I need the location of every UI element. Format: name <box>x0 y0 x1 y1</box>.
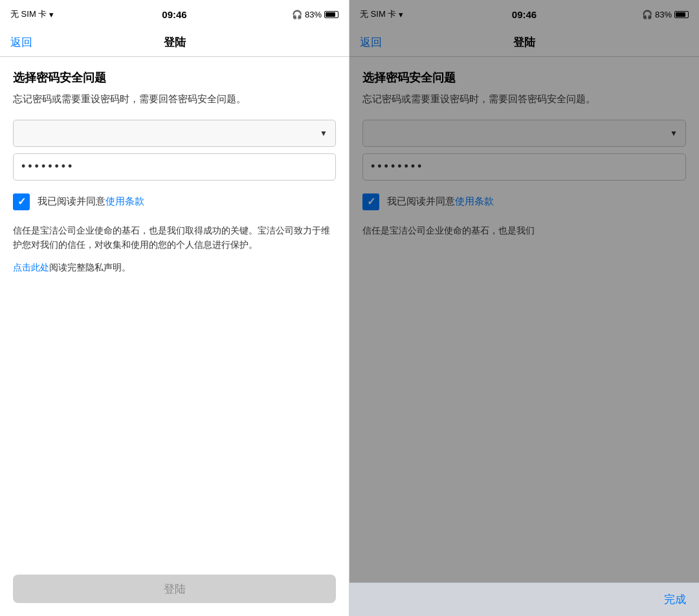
left-tos-link[interactable]: 使用条款 <box>105 195 144 206</box>
left-content: 选择密码安全问题 忘记密码或需要重设密码时，需要回答密码安全问题。 ▼ ••••… <box>0 57 349 616</box>
left-checkbox-pre: 我已阅读并同意 <box>38 195 105 206</box>
left-password-field[interactable]: •••••••• <box>13 153 336 181</box>
right-keyboard-bar: 完成 <box>350 582 699 616</box>
left-nav-bar: 返回 登陆 <box>0 28 349 57</box>
left-dropdown-arrow-icon: ▼ <box>320 129 327 138</box>
left-status-bar: 无 SIM 卡 ▾ 09:46 🎧 83% <box>0 0 349 28</box>
left-status-signal: 无 SIM 卡 ▾ <box>10 8 54 20</box>
left-headphone-icon: 🎧 <box>292 10 302 19</box>
left-dropdown[interactable]: ▼ <box>13 120 336 147</box>
right-phone-panel: 无 SIM 卡 ▾ 09:46 🎧 83% 返回 登陆 选择密码安全问题 忘记密… <box>350 0 699 616</box>
left-checkbox-label: 我已阅读并同意使用条款 <box>38 195 144 208</box>
right-done-button[interactable]: 完成 <box>664 592 686 607</box>
left-checkmark-icon: ✓ <box>17 197 26 207</box>
left-section-title: 选择密码安全问题 <box>13 70 336 85</box>
left-link-blue: 点击此处 <box>13 262 49 272</box>
left-body-text: 信任是宝洁公司企业使命的基石，也是我们取得成功的关键。宝洁公司致力于维护您对我们… <box>13 223 336 252</box>
left-login-button-label: 登陆 <box>164 582 186 597</box>
left-signal-text: 无 SIM 卡 <box>10 8 47 20</box>
left-nav-title: 登陆 <box>164 35 186 50</box>
left-status-time: 09:46 <box>162 9 186 20</box>
left-link-plain: 阅读完整隐私声明。 <box>49 262 131 272</box>
left-status-right: 🎧 83% <box>292 10 338 19</box>
left-login-button[interactable]: 登陆 <box>13 575 336 603</box>
left-wifi-icon: ▾ <box>49 10 54 19</box>
left-checkbox[interactable]: ✓ <box>13 193 30 210</box>
right-overlay <box>350 0 699 616</box>
left-battery-fill <box>326 12 335 17</box>
left-back-button[interactable]: 返回 <box>10 35 32 50</box>
left-password-dots: •••••••• <box>21 160 74 173</box>
left-battery-icon <box>324 11 338 18</box>
left-battery-pct: 83% <box>305 10 322 19</box>
left-checkbox-row: ✓ 我已阅读并同意使用条款 <box>13 193 336 210</box>
left-privacy-link[interactable]: 点击此处阅读完整隐私声明。 <box>13 262 336 274</box>
left-phone-panel: 无 SIM 卡 ▾ 09:46 🎧 83% 返回 登陆 选择密码安全问题 忘记密… <box>0 0 350 616</box>
left-section-desc: 忘记密码或需要重设密码时，需要回答密码安全问题。 <box>13 92 336 107</box>
